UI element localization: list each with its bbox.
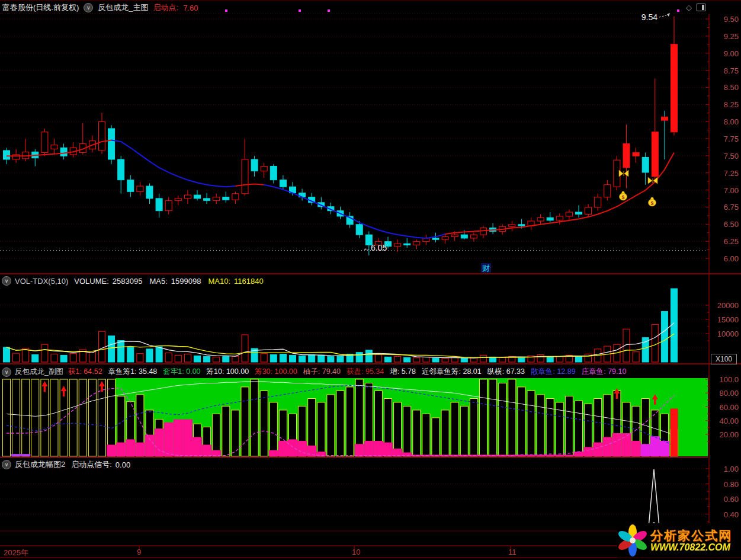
axis-label: 9.50	[710, 15, 739, 24]
pink-mound	[155, 428, 164, 456]
candle-body	[13, 155, 20, 159]
ma5-value: 1599098	[171, 277, 201, 286]
signal-dot	[328, 9, 330, 12]
signal-up-arrow	[649, 469, 659, 527]
main-chart-panel: 9.54←6.05财$$	[0, 1, 741, 273]
axis-label: 6.50	[710, 220, 739, 229]
axis-label: 7.00	[710, 185, 739, 194]
indicator-bar	[508, 379, 516, 456]
indicator-bar	[50, 379, 58, 456]
candle-body	[175, 199, 181, 200]
pink-mound	[174, 420, 183, 456]
indicator-bar	[394, 402, 402, 456]
pink-mound	[297, 441, 307, 456]
axis-label: 6.75	[710, 203, 739, 212]
volume-bar	[204, 356, 210, 362]
low-annotation: ←6.05	[363, 243, 387, 252]
indicator-field: 筹10: 100.00	[207, 367, 249, 377]
chevron-down-icon[interactable]: ∨	[2, 276, 11, 286]
axis-label: 8.00	[710, 117, 739, 126]
candle-body	[633, 152, 639, 156]
main-indicator-name[interactable]: 反包成龙_主图	[98, 2, 148, 13]
chevron-down-icon[interactable]: ∨	[84, 3, 93, 12]
split-window-icon[interactable]	[697, 4, 705, 11]
indicator-bar	[12, 379, 20, 456]
candle-body	[261, 167, 267, 171]
axis-label: 7.75	[710, 134, 739, 143]
indicator-bar	[317, 402, 325, 456]
pink-mound	[307, 446, 316, 456]
pink-mound	[21, 454, 30, 456]
indicator-field: 筹30: 100.00	[255, 367, 297, 377]
signal-dot	[225, 9, 227, 12]
axis-label: 20.00	[710, 430, 739, 439]
ma-line-red	[445, 152, 674, 234]
volume-bar	[175, 355, 181, 362]
candle-body	[4, 151, 10, 159]
signal-dot	[677, 9, 679, 12]
indicator-field: 散章鱼: 12.89	[531, 367, 576, 377]
pink-mound	[202, 445, 211, 457]
pink-mound	[631, 441, 641, 456]
candle-body	[442, 237, 448, 240]
volume-bar	[642, 338, 649, 362]
indicator-bar	[489, 379, 497, 456]
indicator-bar	[88, 379, 96, 456]
axis-label: 9.25	[710, 31, 739, 40]
pink-mound	[164, 423, 174, 456]
volume-bar	[270, 355, 277, 362]
trading-app-window: 9.54←6.05财$$ 富春股份(日线.前复权) ∨ 反包成龙_主图 启动点:…	[0, 0, 741, 560]
volume-value: 2583095	[113, 277, 143, 286]
axis-label: 20000	[710, 301, 739, 310]
candle-body	[108, 129, 115, 159]
volume-bar	[480, 355, 487, 362]
indicator-field: 近邻章鱼筹: 28.01	[422, 367, 482, 377]
volume-bar	[413, 358, 420, 362]
indicator-values: 获1: 64.52章鱼筹1: 35.48套牢1: 0.00筹10: 100.00…	[68, 367, 632, 377]
axis-label: 8.75	[710, 66, 739, 75]
start-point-value: 7.60	[183, 4, 198, 12]
volume-bar	[547, 357, 553, 362]
pink-mound	[116, 443, 126, 456]
title-bar: 富春股份(日线.前复权) ∨ 反包成龙_主图 启动点: 7.60	[2, 2, 198, 13]
indicator-field: 获盘: 95.34	[347, 367, 384, 377]
chevron-down-icon[interactable]: ∨	[2, 460, 11, 469]
candle-body	[146, 186, 153, 199]
volume-bar	[356, 353, 363, 362]
indicator-field: 获1: 64.52	[68, 367, 102, 377]
candle-body	[194, 195, 201, 199]
signal-indicator-name[interactable]: 反包成龙幅图2	[15, 459, 65, 470]
volume-bar	[4, 347, 10, 362]
volume-bar	[13, 353, 20, 362]
axis-label: 0.80	[710, 479, 739, 488]
volume-bar	[375, 355, 381, 362]
volume-bar	[137, 354, 143, 362]
volume-bar	[556, 356, 563, 362]
volume-bar	[70, 354, 76, 362]
indicator-bar	[213, 414, 220, 457]
moneybag-icon: $	[620, 191, 627, 200]
candle-body	[156, 199, 162, 211]
volume-bar	[299, 356, 306, 362]
stock-title[interactable]: 富春股份(日线.前复权)	[2, 2, 79, 13]
indicator-bar	[537, 395, 544, 456]
pink-mound	[278, 441, 288, 456]
indicator-bar	[518, 387, 525, 456]
pink-mound	[145, 435, 155, 456]
chevron-down-icon[interactable]: ∨	[2, 367, 11, 377]
volume-bar	[394, 356, 401, 362]
candle-body	[470, 235, 477, 238]
indicator-bar	[480, 379, 487, 456]
diamond-icon[interactable]: ◇	[686, 3, 692, 12]
volume-bar	[671, 289, 678, 362]
indicator-bar	[565, 396, 573, 456]
volume-indicator-name[interactable]: VOL-TDX(5,10)	[15, 277, 68, 286]
indicator-bar	[346, 387, 354, 456]
volume-bar	[537, 355, 544, 362]
candle-body	[652, 132, 658, 177]
signal-header: ∨ 反包成龙幅图2 启动点信号: 0.00	[2, 459, 130, 470]
indicator-field: 章鱼筹1: 35.48	[108, 367, 158, 377]
sub-indicator-name[interactable]: 反包成龙_副图	[15, 367, 63, 377]
pink-mound	[650, 436, 660, 456]
axis-label: 8.50	[710, 83, 739, 92]
